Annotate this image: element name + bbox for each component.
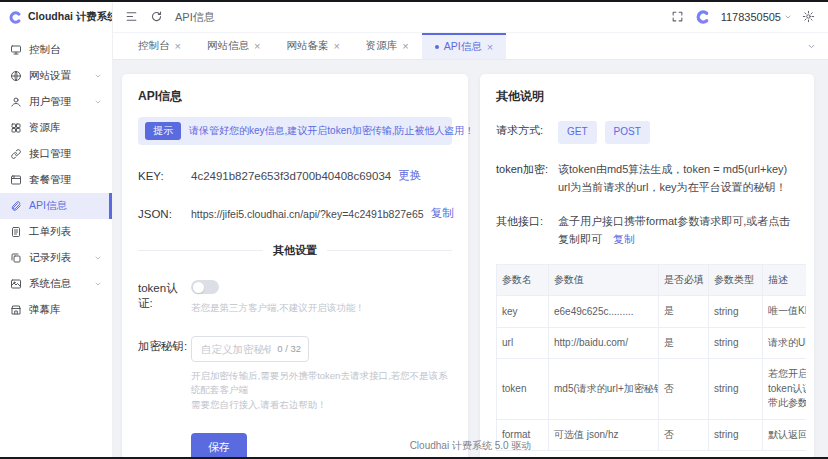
tab-close-icon[interactable]: × bbox=[487, 42, 493, 53]
user-menu[interactable]: 1178350505 bbox=[721, 11, 792, 23]
key-label: KEY: bbox=[138, 170, 191, 182]
image-icon bbox=[10, 278, 22, 290]
divider-line bbox=[138, 250, 263, 251]
tab-console[interactable]: 控制台× bbox=[125, 33, 194, 59]
params-table-wrap: 参数名参数值是否必填参数类型描述 keye6e49c625c.........是… bbox=[496, 264, 806, 451]
active-tab-dot bbox=[435, 45, 439, 49]
table-cell: md5(请求的url+加密秘钥) bbox=[549, 359, 659, 420]
table-header-cell: 描述 bbox=[763, 265, 807, 296]
brand-name: Cloudhai 计费系统 bbox=[28, 10, 113, 24]
sidebar-item-label: 用户管理 bbox=[29, 95, 71, 109]
token-auth-row: token认证: 若您是第三方客户端,不建议开启该功能！ bbox=[138, 278, 452, 316]
sidebar-item-interface-management[interactable]: 接口管理 bbox=[0, 141, 112, 167]
tab-resource-library[interactable]: 资源库× bbox=[353, 33, 422, 59]
table-row: tokenmd5(请求的url+加密秘钥)否string若您开启token认证,… bbox=[497, 359, 807, 420]
app: Cloudhai 计费系统 控制台网站设置用户管理资源库接口管理套餐管理API信… bbox=[0, 2, 828, 457]
tab-label: API信息 bbox=[444, 40, 482, 54]
tabs-overflow-chevron-icon[interactable] bbox=[795, 33, 828, 59]
sidebar-item-system-info[interactable]: 系统信息 bbox=[0, 271, 112, 297]
token-encrypt-label: token加密: bbox=[496, 160, 558, 196]
sidebar-item-user-management[interactable]: 用户管理 bbox=[0, 89, 112, 115]
token-encrypt-desc: 该token由md5算法生成，token = md5(url+key) url为… bbox=[558, 160, 798, 196]
secret-key-hint-line2: 需要您自行接入,请看右边帮助！ bbox=[191, 398, 452, 413]
secret-key-control: 0 / 32 开启加密传输后,需要另外携带token去请求接口,若您不是该系统配… bbox=[191, 336, 452, 413]
tab-close-icon[interactable]: × bbox=[254, 41, 260, 52]
table-cell: url bbox=[497, 327, 549, 359]
content: API信息 提示 请保管好您的key信息,建议开启token加密传输,防止被他人… bbox=[113, 60, 828, 435]
chevron-down-icon bbox=[784, 13, 792, 21]
avatar[interactable] bbox=[695, 9, 711, 25]
window-icon bbox=[10, 174, 22, 186]
copy-json-link[interactable]: 复制 bbox=[431, 206, 454, 221]
sidebar-menu: 控制台网站设置用户管理资源库接口管理套餐管理API信息工单列表记录列表系统信息弹… bbox=[0, 32, 112, 323]
sidebar-item-label: 系统信息 bbox=[29, 277, 71, 291]
tab-close-icon[interactable]: × bbox=[175, 41, 181, 52]
table-header-cell: 参数值 bbox=[549, 265, 659, 296]
sidebar-item-console[interactable]: 控制台 bbox=[0, 37, 112, 63]
tab-api-info[interactable]: API信息× bbox=[422, 33, 506, 59]
sidebar-item-site-settings[interactable]: 网站设置 bbox=[0, 63, 112, 89]
copy-icon bbox=[10, 252, 22, 264]
globe-icon bbox=[10, 70, 22, 82]
sidebar-item-danmaku-library[interactable]: 弹幕库 bbox=[0, 297, 112, 323]
fullscreen-icon[interactable] bbox=[671, 10, 685, 24]
secret-key-hint-line1: 开启加密传输后,需要另外携带token去请求接口,若您不是该系统配套客户端 bbox=[191, 369, 452, 398]
sidebar-item-resource-library[interactable]: 资源库 bbox=[0, 115, 112, 141]
tab-close-icon[interactable]: × bbox=[333, 41, 339, 52]
tab-site-beian[interactable]: 网站备案× bbox=[273, 33, 352, 59]
table-cell: 是 bbox=[659, 327, 709, 359]
link-icon bbox=[10, 148, 22, 160]
sidebar-item-record-list[interactable]: 记录列表 bbox=[0, 245, 112, 271]
panel-title: 其他说明 bbox=[496, 88, 798, 105]
divider-line bbox=[327, 250, 452, 251]
refresh-icon[interactable] bbox=[150, 10, 164, 24]
method-badge-post: POST bbox=[605, 121, 650, 144]
chevron-down-icon bbox=[94, 98, 102, 106]
sidebar-item-label: 记录列表 bbox=[29, 251, 71, 265]
paperclip-icon bbox=[10, 200, 22, 212]
api-info-panel: API信息 提示 请保管好您的key信息,建议开启token加密传输,防止被他人… bbox=[122, 74, 468, 459]
method-badge-get: GET bbox=[558, 121, 597, 144]
tab-label: 网站备案 bbox=[286, 39, 328, 53]
help-panel: 其他说明 请求方式: GETPOST token加密: 该token由md5算法… bbox=[480, 74, 814, 459]
sidebar-item-ticket-list[interactable]: 工单列表 bbox=[0, 219, 112, 245]
secret-key-input[interactable] bbox=[199, 342, 273, 356]
table-cell: key bbox=[497, 296, 549, 328]
sidebar-item-api-info[interactable]: API信息 bbox=[0, 193, 112, 219]
table-header-cell: 参数名 bbox=[497, 265, 549, 296]
token-auth-hint: 若您是第三方客户端,不建议开启该功能！ bbox=[191, 301, 452, 316]
panel-title: API信息 bbox=[138, 88, 452, 105]
token-auth-toggle[interactable] bbox=[191, 280, 219, 294]
table-cell: 若您开启token认证,携带此参数 bbox=[763, 359, 807, 420]
key-value: 4c2491b827e653f3d700b40408c69034 bbox=[191, 170, 391, 182]
shop-icon bbox=[10, 304, 22, 316]
table-header-cell: 是否必填 bbox=[659, 265, 709, 296]
chevron-down-icon bbox=[94, 72, 102, 80]
tab-label: 资源库 bbox=[366, 39, 398, 53]
key-row: KEY: 4c2491b827e653f3d700b40408c69034 更换 bbox=[138, 168, 452, 183]
window: Cloudhai 计费系统 控制台网站设置用户管理资源库接口管理套餐管理API信… bbox=[0, 0, 828, 459]
sidebar-item-plan-management[interactable]: 套餐管理 bbox=[0, 167, 112, 193]
grid-icon bbox=[10, 122, 22, 134]
breadcrumb: API信息 bbox=[175, 10, 215, 25]
brand: Cloudhai 计费系统 bbox=[0, 2, 112, 32]
table-header-row: 参数名参数值是否必填参数类型描述 bbox=[497, 265, 807, 296]
tab-close-icon[interactable]: × bbox=[402, 41, 408, 52]
table-cell: string bbox=[709, 359, 763, 420]
method-badges: GETPOST bbox=[558, 121, 798, 144]
request-method-row: 请求方式: GETPOST bbox=[496, 121, 798, 144]
sidebar-item-label: 网站设置 bbox=[29, 69, 71, 83]
sidebar-item-label: 工单列表 bbox=[29, 225, 71, 239]
change-key-link[interactable]: 更换 bbox=[398, 168, 421, 183]
json-value: https://jifei5.cloudhai.cn/api/?key=4c24… bbox=[191, 208, 424, 220]
table-cell: string bbox=[709, 327, 763, 359]
alert-badge: 提示 bbox=[145, 122, 181, 140]
tab-label: 网站信息 bbox=[207, 39, 249, 53]
sidebar: Cloudhai 计费系统 控制台网站设置用户管理资源库接口管理套餐管理API信… bbox=[0, 2, 113, 457]
collapse-sidebar-icon[interactable] bbox=[125, 10, 139, 24]
user-id: 1178350505 bbox=[721, 11, 781, 23]
tab-site-info[interactable]: 网站信息× bbox=[194, 33, 273, 59]
settings-gear-icon[interactable] bbox=[802, 10, 816, 24]
tabbar: 控制台×网站信息×网站备案×资源库×API信息× bbox=[113, 33, 828, 60]
copy-other-api-link[interactable]: 复制 bbox=[613, 233, 635, 245]
